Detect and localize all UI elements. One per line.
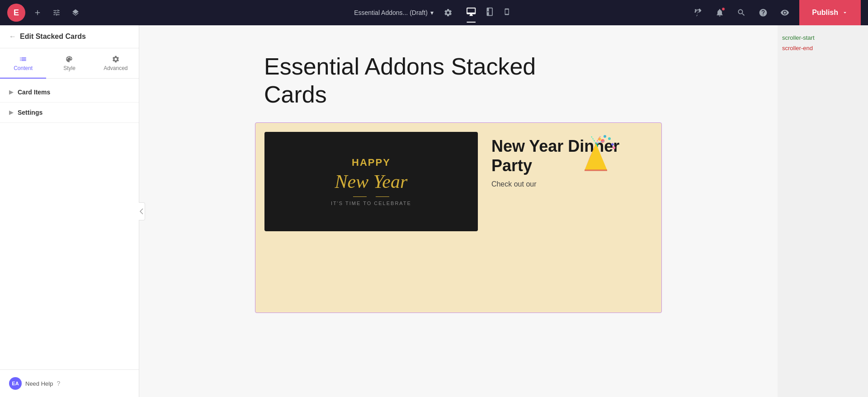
celebrate-text: IT'S TIME TO CELEBRATE <box>331 201 411 206</box>
card-image: HAPPY New Year IT'S TIME TO CELEBRATE <box>264 132 478 231</box>
settings-gear-button[interactable] <box>441 5 455 20</box>
content-tab-label: Content <box>14 65 33 71</box>
card-image-section: HAPPY New Year IT'S TIME TO CELEBRATE <box>264 132 478 231</box>
add-element-button[interactable] <box>31 6 44 19</box>
card-items-arrow: ▶ <box>9 89 13 95</box>
edit-title: Edit Stacked Cards <box>20 33 86 41</box>
desktop-device-button[interactable] <box>462 3 480 23</box>
svg-point-5 <box>613 146 615 149</box>
stacked-card-widget[interactable]: HAPPY New Year IT'S TIME TO CELEBRATE <box>255 122 662 313</box>
ea-badge: EA <box>9 377 22 390</box>
settings-section: ▶ Settings <box>0 103 139 123</box>
elementor-logo[interactable]: E <box>7 4 25 22</box>
site-name[interactable]: Essential Addons... (Draft) ▾ <box>354 9 434 16</box>
card-items-label: Card Items <box>18 89 50 96</box>
back-arrow-icon[interactable]: ← <box>9 33 16 41</box>
style-tab-icon <box>65 55 73 63</box>
main-area: ← Edit Stacked Cards Content Style Advan… <box>0 25 868 397</box>
sidebar-footer: EA Need Help ? <box>0 369 139 397</box>
help-circle-icon[interactable]: ? <box>57 380 60 387</box>
svg-line-12 <box>591 136 596 143</box>
collapse-sidebar-button[interactable] <box>139 202 145 220</box>
topbar-left: E <box>7 4 82 22</box>
page-title-section: Essential Addons Stacked Cards <box>255 52 662 109</box>
canvas-content: Essential Addons Stacked Cards <box>255 52 662 370</box>
help-button[interactable] <box>756 5 770 20</box>
svg-point-1 <box>608 137 611 140</box>
advanced-tab-icon <box>112 55 120 63</box>
mobile-device-button[interactable] <box>500 3 514 23</box>
sidebar-tabs: Content Style Advanced <box>0 48 139 79</box>
settings-arrow: ▶ <box>9 109 13 116</box>
topbar-right: Publish <box>691 0 861 25</box>
notifications-button[interactable] <box>712 5 727 20</box>
preview-button[interactable] <box>778 5 792 20</box>
party-popper-icon <box>571 134 616 184</box>
advanced-tab-label: Advanced <box>104 65 127 71</box>
card-items-header[interactable]: ▶ Card Items <box>0 82 139 102</box>
scroller-end-label[interactable]: scroller-end <box>782 45 863 51</box>
topbar-center: Essential Addons... (Draft) ▾ <box>354 3 514 23</box>
scroller-start-label[interactable]: scroller-start <box>782 34 863 41</box>
burst-decoration <box>353 196 389 197</box>
canvas-area: Essential Addons Stacked Cards <box>139 25 778 397</box>
sidebar-header: ← Edit Stacked Cards <box>0 25 139 48</box>
happy-text: HAPPY <box>352 157 391 168</box>
style-tab-label: Style <box>63 65 75 71</box>
card-text-section: New Year Dinner Party Check out our <box>478 132 652 190</box>
settings-label: Settings <box>18 109 42 116</box>
new-year-script-text: New Year <box>335 172 408 191</box>
need-help-link[interactable]: Need Help <box>25 380 53 387</box>
page-main-title: Essential Addons Stacked Cards <box>264 52 662 109</box>
tab-advanced[interactable]: Advanced <box>93 49 139 79</box>
card-items-section: ▶ Card Items <box>0 82 139 103</box>
topbar: E Essential Addons... (Draft) ▾ <box>0 0 868 25</box>
content-tab-icon <box>19 55 27 63</box>
left-sidebar: ← Edit Stacked Cards Content Style Advan… <box>0 25 139 397</box>
tab-style[interactable]: Style <box>46 49 92 79</box>
right-panel: scroller-start scroller-end <box>778 25 868 397</box>
sidebar-content: ▶ Card Items ▶ Settings <box>0 79 139 369</box>
tab-content[interactable]: Content <box>0 49 46 79</box>
settings-header[interactable]: ▶ Settings <box>0 103 139 122</box>
tablet-device-button[interactable] <box>481 3 498 23</box>
svg-point-2 <box>604 135 606 138</box>
rocket-icon-button[interactable] <box>691 5 705 20</box>
layers-button[interactable] <box>69 6 82 19</box>
customize-button[interactable] <box>50 6 63 19</box>
device-switcher <box>462 3 514 23</box>
svg-marker-7 <box>585 143 607 170</box>
search-button[interactable] <box>734 5 749 20</box>
publish-button[interactable]: Publish <box>799 0 861 25</box>
svg-rect-4 <box>611 143 614 146</box>
